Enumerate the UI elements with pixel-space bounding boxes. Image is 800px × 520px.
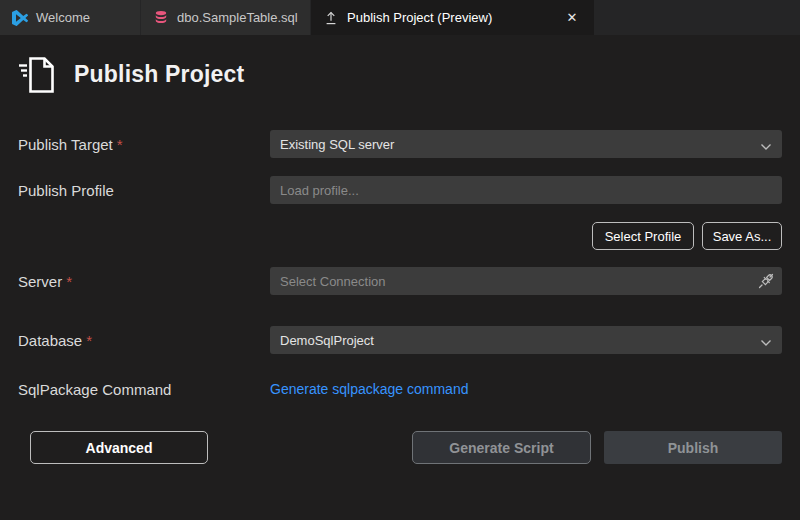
publish-target-select[interactable]: Existing SQL server [270, 130, 782, 158]
tab-label: dbo.SampleTable.sql [177, 10, 298, 25]
sqlpackage-command-label: SqlPackage Command [18, 381, 171, 398]
editor-tab-bar: Welcome dbo.SampleTable.sql [0, 0, 800, 35]
publish-document-icon [16, 52, 62, 98]
database-select[interactable]: DemoSqlProject [270, 326, 782, 354]
required-marker: * [117, 136, 123, 153]
tab-publish-project[interactable]: Publish Project (Preview) ✕ [311, 0, 595, 35]
publish-profile-label: Publish Profile [18, 182, 114, 199]
required-marker: * [86, 332, 92, 349]
generate-sqlpackage-command-link[interactable]: Generate sqlpackage command [270, 381, 468, 397]
publish-project-dialog: Welcome dbo.SampleTable.sql [0, 0, 800, 520]
close-icon[interactable]: ✕ [562, 8, 582, 28]
database-value: DemoSqlProject [280, 333, 374, 348]
save-as-button[interactable]: Save As... [702, 222, 782, 250]
server-label: Server* [18, 273, 72, 290]
tab-label: Publish Project (Preview) [347, 10, 492, 25]
publish-button[interactable]: Publish [604, 431, 782, 464]
server-field [270, 267, 782, 295]
publish-profile-input[interactable] [270, 176, 782, 204]
select-profile-button[interactable]: Select Profile [592, 222, 694, 250]
chevron-down-icon [760, 335, 772, 350]
tab-sampletable-sql[interactable]: dbo.SampleTable.sql [141, 0, 311, 35]
database-label: Database* [18, 332, 92, 349]
tab-welcome[interactable]: Welcome [0, 0, 141, 35]
publish-target-label: Publish Target* [18, 136, 123, 153]
connection-plug-icon[interactable] [757, 272, 775, 290]
tab-label: Welcome [36, 10, 90, 25]
advanced-button[interactable]: Advanced [30, 431, 208, 464]
publish-arrow-icon [323, 10, 339, 26]
azure-data-studio-logo-icon [12, 10, 28, 26]
page-title: Publish Project [74, 61, 244, 88]
required-marker: * [66, 273, 72, 290]
publish-target-value: Existing SQL server [280, 137, 394, 152]
generate-script-button[interactable]: Generate Script [412, 431, 591, 464]
chevron-down-icon [760, 139, 772, 154]
server-connection-input[interactable] [270, 267, 782, 295]
database-icon [153, 10, 169, 26]
